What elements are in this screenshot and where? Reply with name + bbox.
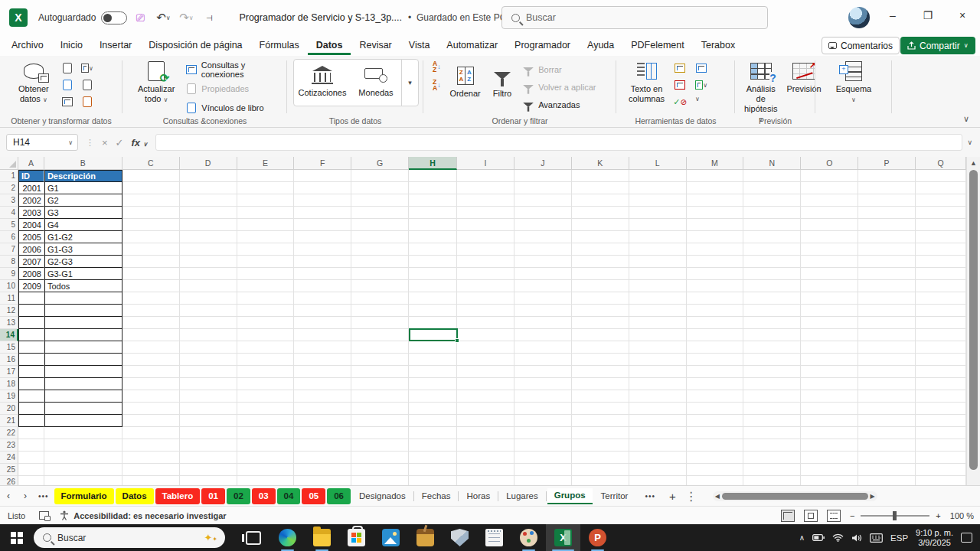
cell-P4[interactable] [858, 207, 916, 219]
cell-O4[interactable] [801, 207, 858, 219]
cell-M8[interactable] [687, 256, 744, 268]
cell-N16[interactable] [743, 354, 801, 366]
select-all-corner[interactable] [0, 157, 18, 170]
row-header-15[interactable]: 15 [0, 341, 18, 354]
cell-N12[interactable] [743, 305, 801, 317]
cell-E25[interactable] [237, 464, 295, 476]
cell-F10[interactable] [294, 280, 351, 292]
cell-P20[interactable] [858, 403, 916, 415]
windows-security-taskbar-button[interactable] [443, 524, 477, 551]
cell-D16[interactable] [180, 354, 237, 366]
cell-D25[interactable] [180, 464, 237, 476]
cell-K12[interactable] [572, 305, 629, 317]
sheet-tab-grupos[interactable]: Grupos [547, 488, 593, 504]
from-web-icon[interactable] [61, 79, 74, 91]
sheet-tab-05[interactable]: 05 [302, 488, 325, 504]
column-header-M[interactable]: M [687, 157, 744, 170]
cell-A17[interactable] [18, 366, 44, 378]
cell-Q3[interactable] [916, 194, 966, 207]
cell-N7[interactable] [743, 243, 801, 256]
cell-A14[interactable] [18, 329, 44, 341]
cell-P23[interactable] [858, 439, 916, 452]
cell-B25[interactable] [44, 464, 122, 476]
remove-duplicates-icon[interactable] [674, 79, 686, 91]
cell-H4[interactable] [409, 207, 457, 219]
sheet-tab-datos[interactable]: Datos [116, 488, 154, 504]
cell-Q24[interactable] [916, 452, 966, 464]
scroll-right-arrow[interactable]: ▶ [868, 493, 877, 500]
cell-N20[interactable] [743, 403, 801, 415]
cancel-entry-button[interactable]: × [102, 137, 108, 148]
cell-D5[interactable] [180, 219, 237, 231]
cell-H8[interactable] [409, 256, 457, 268]
data-validation-icon[interactable]: ✓⊘ [674, 96, 686, 108]
cell-P2[interactable] [858, 182, 916, 194]
cell-H17[interactable] [409, 366, 457, 378]
cell-M15[interactable] [687, 341, 744, 354]
cell-K5[interactable] [572, 219, 629, 231]
column-header-I[interactable]: I [457, 157, 514, 170]
cell-G9[interactable] [351, 268, 409, 280]
column-header-G[interactable]: G [351, 157, 409, 170]
copilot-icon[interactable]: ✦✦ [204, 532, 217, 543]
cell-H1[interactable] [409, 170, 457, 182]
cell-C14[interactable] [122, 329, 180, 341]
autosave-control[interactable]: Autoguardado [38, 11, 127, 24]
row-header-26[interactable]: 26 [0, 476, 18, 485]
horizontal-scroll-thumb[interactable] [722, 493, 868, 500]
cell-A20[interactable] [18, 403, 44, 415]
cell-O7[interactable] [801, 243, 858, 256]
cell-L25[interactable] [629, 464, 687, 476]
cell-I25[interactable] [457, 464, 514, 476]
clear-filter-button[interactable]: Borrar [522, 62, 596, 77]
column-header-K[interactable]: K [572, 157, 629, 170]
quick-access-menu-button[interactable]: ⊣ [199, 8, 219, 28]
vertical-scroll-thumb[interactable] [969, 170, 978, 470]
sort-button[interactable]: ZAAZ Ordenar [445, 60, 485, 112]
cell-M18[interactable] [687, 378, 744, 390]
notepad-taskbar-button[interactable] [477, 524, 511, 551]
row-header-7[interactable]: 7 [0, 243, 18, 256]
cell-Q23[interactable] [916, 439, 966, 452]
cell-Q10[interactable] [916, 280, 966, 292]
cell-N11[interactable] [743, 292, 801, 305]
cell-A13[interactable] [18, 317, 44, 329]
cell-G5[interactable] [351, 219, 409, 231]
cell-J14[interactable] [514, 329, 572, 341]
cell-N5[interactable] [743, 219, 801, 231]
cell-M3[interactable] [687, 194, 744, 207]
cell-K10[interactable] [572, 280, 629, 292]
cell-F6[interactable] [294, 231, 351, 243]
row-header-11[interactable]: 11 [0, 292, 18, 305]
cell-J9[interactable] [514, 268, 572, 280]
vertical-scrollbar[interactable]: ▲ [966, 157, 980, 485]
cell-B5[interactable]: G4 [44, 219, 122, 231]
file-explorer-taskbar-button[interactable] [305, 524, 339, 551]
consolidate-icon[interactable] [695, 62, 707, 74]
cell-F17[interactable] [294, 366, 351, 378]
cell-J17[interactable] [514, 366, 572, 378]
cell-M21[interactable] [687, 415, 744, 427]
touch-keyboard-icon[interactable] [870, 533, 883, 543]
cell-J7[interactable] [514, 243, 572, 256]
cell-D7[interactable] [180, 243, 237, 256]
insert-function-button[interactable]: fx ∨ [132, 137, 148, 148]
cell-A25[interactable] [18, 464, 44, 476]
cell-O19[interactable] [801, 390, 858, 403]
cell-D15[interactable] [180, 341, 237, 354]
cell-Q13[interactable] [916, 317, 966, 329]
cell-F4[interactable] [294, 207, 351, 219]
cell-G24[interactable] [351, 452, 409, 464]
cell-P22[interactable] [858, 427, 916, 439]
cell-I10[interactable] [457, 280, 514, 292]
confirm-entry-button[interactable]: ✓ [116, 137, 124, 148]
cell-N22[interactable] [743, 427, 801, 439]
cell-J19[interactable] [514, 390, 572, 403]
cell-G17[interactable] [351, 366, 409, 378]
cell-I16[interactable] [457, 354, 514, 366]
cell-K20[interactable] [572, 403, 629, 415]
row-header-18[interactable]: 18 [0, 378, 18, 390]
cell-G1[interactable] [351, 170, 409, 182]
cell-D1[interactable] [180, 170, 237, 182]
cell-Q7[interactable] [916, 243, 966, 256]
